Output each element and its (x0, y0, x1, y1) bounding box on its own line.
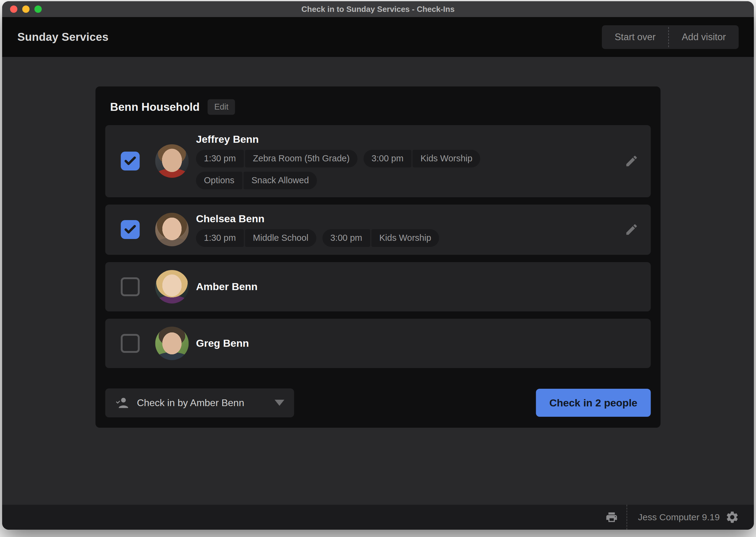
chevron-down-icon (275, 400, 285, 406)
traffic-lights (2, 6, 42, 13)
person-check-icon (115, 396, 129, 410)
edit-household-button[interactable]: Edit (207, 99, 235, 115)
checkin-by-dropdown[interactable]: Check in by Amber Benn (106, 389, 294, 417)
page-title: Sunday Services (17, 31, 109, 44)
tag-pill: OptionsSnack Allowed (196, 172, 317, 189)
avatar (156, 144, 189, 178)
titlebar: Check in to Sunday Services - Check-Ins (2, 1, 754, 17)
household-header: Benn Household Edit (106, 86, 651, 125)
print-button[interactable] (597, 511, 627, 523)
start-over-button[interactable]: Start over (602, 25, 668, 49)
tag-pill: 3:00 pmKids Worship (364, 150, 480, 167)
tag-line: 1:30 pmZebra Room (5th Grade)3:00 pmKids… (196, 150, 480, 167)
avatar (156, 270, 189, 304)
minimize-button[interactable] (22, 6, 29, 13)
settings-button[interactable] (725, 510, 739, 524)
edit-pencil-icon[interactable] (625, 223, 639, 236)
tag-pill-left: 3:00 pm (322, 229, 370, 247)
tag-line: OptionsSnack Allowed (196, 172, 480, 189)
person-rows: Jeffrey Benn 1:30 pmZebra Room (5th Grad… (106, 125, 651, 368)
person-checkbox[interactable] (121, 277, 140, 296)
tag-lines: 1:30 pmZebra Room (5th Grade)3:00 pmKids… (196, 150, 480, 189)
zoom-button[interactable] (34, 6, 42, 13)
tag-pill-left: 1:30 pm (196, 229, 244, 247)
person-checkbox[interactable] (121, 151, 140, 171)
person-info: Greg Benn (196, 337, 249, 350)
avatar (156, 213, 189, 246)
card-footer: Check in by Amber Benn Check in 2 people (106, 389, 651, 417)
check-icon (124, 154, 137, 168)
gear-icon (725, 510, 739, 524)
person-row[interactable]: Jeffrey Benn 1:30 pmZebra Room (5th Grad… (106, 125, 651, 197)
status-bar: Jess Computer 9.19 (2, 505, 754, 530)
close-button[interactable] (10, 6, 17, 13)
station-info: Jess Computer 9.19 (627, 510, 739, 524)
person-info: Chelsea Benn 1:30 pmMiddle School3:00 pm… (196, 213, 439, 247)
app-window: Check in to Sunday Services - Check-Ins … (2, 1, 754, 530)
household-card: Benn Household Edit Jeffrey Benn 1:30 pm… (96, 86, 661, 428)
tag-pill-right: Zebra Room (5th Grade) (245, 150, 358, 167)
person-name: Greg Benn (196, 337, 249, 350)
app-header: Sunday Services Start over Add visitor (2, 17, 754, 57)
tag-pill: 3:00 pmKids Worship (322, 229, 439, 247)
person-name: Amber Benn (196, 280, 258, 293)
checkin-submit-button[interactable]: Check in 2 people (536, 389, 650, 417)
tag-pill-right: Kids Worship (413, 150, 480, 167)
household-name: Benn Household (110, 101, 200, 113)
tag-pill: 1:30 pmMiddle School (196, 229, 317, 247)
avatar (156, 327, 189, 360)
tag-pill-left: 3:00 pm (364, 150, 412, 167)
edit-pencil-icon[interactable] (625, 154, 639, 168)
add-visitor-button[interactable]: Add visitor (669, 25, 739, 49)
tag-pill: 1:30 pmZebra Room (5th Grade) (196, 150, 358, 167)
person-row[interactable]: Greg Benn (106, 319, 651, 368)
person-name: Jeffrey Benn (196, 133, 480, 145)
checkin-by-label: Check in by Amber Benn (137, 397, 244, 408)
person-row[interactable]: Chelsea Benn 1:30 pmMiddle School3:00 pm… (106, 205, 651, 255)
content-area: Benn Household Edit Jeffrey Benn 1:30 pm… (2, 57, 754, 505)
tag-pill-right: Kids Worship (371, 229, 439, 247)
check-icon (124, 223, 137, 236)
person-name: Chelsea Benn (196, 213, 439, 225)
printer-icon (605, 511, 618, 523)
header-button-group: Start over Add visitor (602, 25, 739, 49)
person-checkbox[interactable] (121, 334, 140, 353)
tag-pill-left: 1:30 pm (196, 150, 244, 167)
person-row[interactable]: Amber Benn (106, 262, 651, 311)
tag-pill-right: Middle School (245, 229, 316, 247)
station-name: Jess Computer 9.19 (638, 512, 720, 522)
person-checkbox[interactable] (121, 220, 140, 239)
window-title: Check in to Sunday Services - Check-Ins (2, 5, 754, 14)
tag-pill-right: Snack Allowed (244, 172, 317, 189)
tag-line: 1:30 pmMiddle School3:00 pmKids Worship (196, 229, 439, 247)
person-info: Jeffrey Benn 1:30 pmZebra Room (5th Grad… (196, 133, 480, 189)
tag-pill-left: Options (196, 172, 243, 189)
tag-lines: 1:30 pmMiddle School3:00 pmKids Worship (196, 229, 439, 247)
screenshot-stage: Check in to Sunday Services - Check-Ins … (0, 0, 756, 537)
person-info: Amber Benn (196, 280, 258, 293)
